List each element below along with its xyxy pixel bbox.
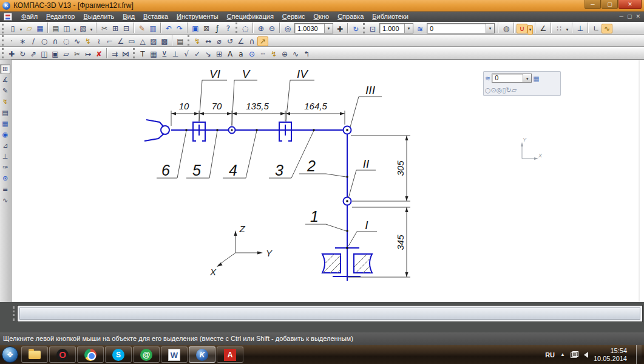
float-preview-icon[interactable]: ▱	[512, 86, 517, 94]
grid-button[interactable]: ∷	[554, 24, 564, 33]
pan-button[interactable]: ✚	[334, 24, 345, 34]
document-icon[interactable]	[4, 13, 12, 21]
copy-object-tool[interactable]: ▣	[50, 49, 61, 59]
preview-dropdown[interactable]: ▾	[72, 25, 78, 35]
point-tool[interactable]: ·	[6, 36, 17, 46]
clock[interactable]: 15:54 10.05.2014	[594, 347, 631, 363]
label-I[interactable]: I	[365, 219, 368, 232]
layers-button[interactable]: ≋	[415, 24, 425, 34]
marking-tool[interactable]: A	[225, 49, 236, 59]
layer-settings-button[interactable]: ◍	[501, 24, 512, 33]
panel-editing[interactable]: ↯	[0, 97, 10, 107]
float-layers-icon[interactable]: ≋	[485, 75, 490, 83]
label-II[interactable]: II	[363, 157, 370, 170]
center-mark-tool[interactable]: ⊕	[279, 49, 290, 59]
leader-line-tool[interactable]: ↘	[203, 49, 214, 59]
chamfer-tool[interactable]: ∠	[115, 36, 126, 46]
menu-help[interactable]: Справка	[333, 12, 368, 22]
context-help-button[interactable]: ?	[223, 24, 234, 33]
menu-insert[interactable]: Вставка	[139, 12, 172, 22]
taskbar-chrome[interactable]	[77, 346, 104, 363]
new-dropdown[interactable]: ▾	[18, 25, 24, 35]
zoom-selected-button[interactable]: ◎	[282, 24, 293, 33]
close-button[interactable]: ✕	[619, 0, 642, 9]
datum-tool[interactable]: ⊻	[159, 49, 170, 59]
arc-dimension-tool[interactable]: ∩	[246, 36, 257, 46]
circle-tool[interactable]: ○	[39, 36, 50, 46]
scale-tool[interactable]: ⇗	[28, 49, 39, 59]
functions-button[interactable]: ƒ	[212, 24, 223, 33]
stamp-tool[interactable]: ▤	[175, 36, 186, 46]
shaft-labels[interactable]: VI V IV III II I	[199, 67, 382, 246]
taskbar-adobe[interactable]: A	[217, 346, 243, 363]
start-button[interactable]: ❖	[2, 346, 18, 363]
properties-table-button[interactable]: ▥	[147, 24, 158, 33]
auto-dimension-tool[interactable]: ↯	[192, 36, 203, 46]
rounding-button[interactable]: ∿	[602, 24, 612, 33]
speaker-icon[interactable]	[584, 352, 588, 358]
menu-editor[interactable]: Редактор	[42, 12, 79, 22]
fill-tool[interactable]: ▩	[159, 36, 170, 46]
zoom-window-button[interactable]: ◌	[240, 24, 251, 33]
panel-reports[interactable]: ⊥	[0, 151, 10, 162]
hidden-icons-button[interactable]: ▲	[560, 352, 565, 357]
zoom-in-button[interactable]: ⊕	[256, 24, 266, 33]
dim-label-164-5[interactable]: 164,5	[304, 101, 327, 111]
label-V[interactable]: V	[242, 67, 251, 80]
fit-document-button[interactable]: ⊡	[367, 24, 378, 34]
toolbar-grip[interactable]	[2, 24, 5, 33]
scale-combo[interactable]: 1.000 ▾	[379, 23, 413, 33]
snap-magnet-button[interactable]: ∪	[517, 24, 527, 33]
grid-dropdown[interactable]: ▾	[564, 25, 570, 35]
panel-selection[interactable]: ◉	[0, 129, 10, 140]
float-save-icon[interactable]: ▦	[533, 75, 539, 83]
pos-5[interactable]: 5	[192, 162, 201, 179]
leader-tool[interactable]: ↗	[257, 36, 268, 46]
refresh-view-button[interactable]: ↻	[350, 24, 361, 34]
label-IV[interactable]: IV	[297, 67, 309, 80]
layer-combo-dropdown[interactable]: ▾	[486, 24, 494, 33]
kinematic-scheme[interactable]: 10 70 135,5 164,5 VI V IV III II I 6 5 4	[12, 60, 644, 303]
mirror-tool[interactable]: ◫	[39, 49, 50, 59]
taskbar-mailru[interactable]: @	[133, 346, 160, 363]
auto-line-tool[interactable]: ↯	[83, 36, 93, 46]
toolbar-grip[interactable]	[133, 48, 135, 58]
toolbar-grip[interactable]	[188, 35, 189, 46]
menu-service[interactable]: Сервис	[278, 12, 310, 22]
library-manager-button[interactable]: ⊠	[201, 24, 212, 33]
maximize-button[interactable]: ▢	[602, 0, 618, 9]
dim-label-305[interactable]: 305	[395, 160, 405, 176]
taskbar-explorer[interactable]	[21, 346, 48, 363]
float-zoom-prev-icon[interactable]: ⊙	[491, 86, 497, 94]
menu-select[interactable]: Выделить	[79, 12, 118, 22]
base-symbol-tool[interactable]: ⊥	[170, 49, 181, 59]
menu-specification[interactable]: Спецификация	[223, 12, 278, 22]
spline-tool[interactable]: ∿	[72, 36, 83, 46]
marking2-tool[interactable]: a	[236, 49, 246, 59]
show-desktop-button[interactable]	[636, 345, 642, 364]
dim-label-345[interactable]: 345	[395, 235, 405, 250]
menu-window[interactable]: Окно	[310, 12, 334, 22]
pos-4[interactable]: 4	[229, 162, 237, 179]
extend-tool[interactable]: ↦	[83, 49, 93, 59]
ortho-button[interactable]: ∟	[591, 24, 602, 33]
menu-tools[interactable]: Инструменты	[172, 12, 223, 22]
format-painter-button[interactable]: ✎	[137, 24, 147, 33]
pos-6[interactable]: 6	[161, 162, 170, 179]
taskbar-opera[interactable]: O	[49, 346, 76, 363]
rotate-tool[interactable]: ↻	[17, 49, 28, 59]
bend-arrow-tool[interactable]: ↰	[301, 49, 312, 59]
aux-point-tool[interactable]: ∗	[17, 36, 28, 46]
mdi-restore-button[interactable]: ▢	[627, 12, 632, 22]
dim-label-10[interactable]: 10	[179, 101, 189, 111]
cut-button[interactable]: ✂	[99, 24, 110, 33]
zoom-combo[interactable]: 1.0030 ▾	[294, 23, 333, 33]
copy-button[interactable]: ⊞	[110, 24, 121, 33]
panel-specification[interactable]: ⊿	[0, 140, 10, 151]
network-icon[interactable]	[571, 351, 578, 358]
table-tool[interactable]: ▦	[148, 49, 159, 59]
linear-dimension-tool[interactable]: ↔	[203, 36, 214, 46]
panel-dimensions[interactable]: ∡	[0, 75, 10, 85]
corner-tool[interactable]: ⌐	[104, 36, 115, 46]
roughness2-tool[interactable]: ✓	[192, 49, 203, 59]
